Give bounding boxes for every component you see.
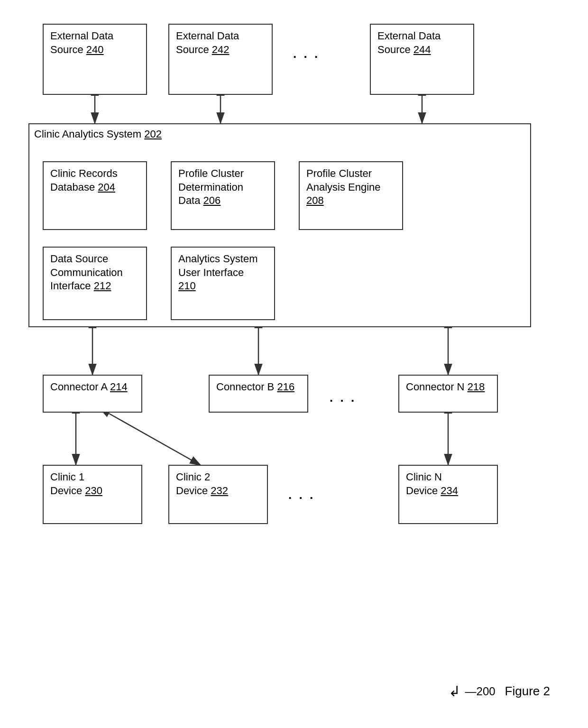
profile-cluster-det-number: 206 bbox=[203, 194, 221, 206]
clinicc-device: Clinic NDevice 234 bbox=[398, 465, 498, 524]
connector-a-number: 214 bbox=[110, 381, 128, 393]
clinic2-number: 232 bbox=[211, 485, 228, 497]
clinic-analytics-label: Clinic Analytics System 202 bbox=[34, 128, 162, 140]
connector-b-number: 216 bbox=[277, 381, 294, 393]
arrows-svg bbox=[28, 14, 560, 678]
data-source-communication-interface: Data SourceCommunicationInterface 212 bbox=[43, 247, 147, 320]
ext-240-number: 240 bbox=[86, 44, 104, 55]
clinic-records-number: 204 bbox=[98, 181, 115, 193]
clinic-records-database: Clinic RecordsDatabase 204 bbox=[43, 161, 147, 230]
profile-cluster-determination-data: Profile ClusterDeterminationData 206 bbox=[171, 161, 275, 230]
data-source-comm-number: 212 bbox=[94, 280, 111, 292]
clinic1-number: 230 bbox=[85, 485, 102, 497]
profile-cluster-analysis-engine: Profile ClusterAnalysis Engine208 bbox=[299, 161, 403, 230]
clinic-analytics-number: 202 bbox=[144, 128, 162, 140]
ext-244-number: 244 bbox=[413, 44, 431, 55]
clinic1-device: Clinic 1Device 230 bbox=[43, 465, 142, 524]
connector-a: Connector A 214 bbox=[43, 375, 142, 413]
ellipsis-devices: · · · bbox=[288, 491, 315, 506]
ellipsis-top: · · · bbox=[293, 50, 320, 65]
connector-n: Connector N 218 bbox=[398, 375, 498, 413]
clinicc-number: 234 bbox=[441, 485, 458, 497]
analytics-ui-number: 210 bbox=[178, 280, 196, 292]
arrow-curve-icon: ↲ bbox=[449, 683, 460, 700]
external-data-source-244: External DataSource 244 bbox=[370, 24, 474, 95]
ref-number: —200 bbox=[465, 685, 496, 698]
figure-label: ↲ —200 Figure 2 bbox=[449, 683, 550, 700]
clinic2-device: Clinic 2Device 232 bbox=[168, 465, 268, 524]
profile-cluster-eng-number: 208 bbox=[306, 194, 324, 206]
ext-242-number: 242 bbox=[212, 44, 230, 55]
connector-n-number: 218 bbox=[468, 381, 485, 393]
ellipsis-connectors: . . . bbox=[330, 390, 356, 405]
external-data-source-242: External DataSource 242 bbox=[168, 24, 273, 95]
figure-title: Figure 2 bbox=[505, 684, 550, 699]
svg-line-9 bbox=[109, 414, 202, 466]
external-data-source-240: External DataSource 240 bbox=[43, 24, 147, 95]
diagram-area: External DataSource 240 External DataSou… bbox=[28, 14, 560, 678]
connector-b: Connector B 216 bbox=[209, 375, 308, 413]
analytics-system-user-interface: Analytics SystemUser Interface210 bbox=[171, 247, 275, 320]
